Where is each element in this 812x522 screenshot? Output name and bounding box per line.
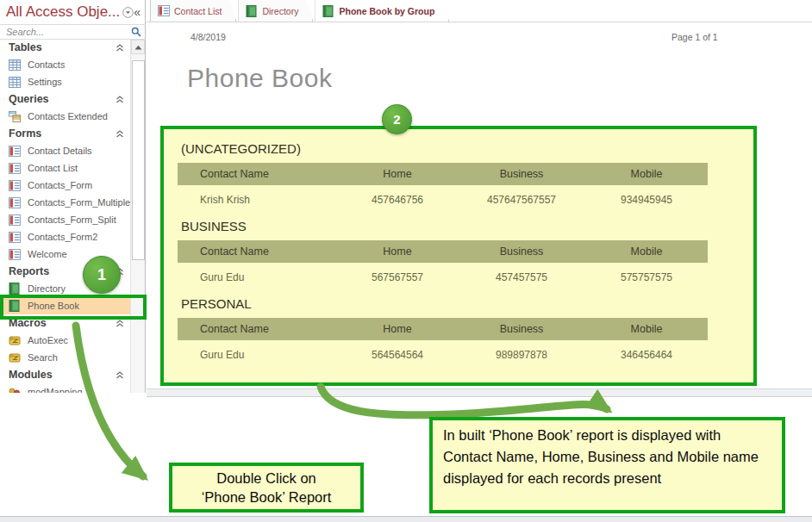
sidebar-item-autoexec[interactable]: AutoExec [0,332,131,349]
access-window: All Access Obje... « Search... TablesCon… [0,0,812,522]
column-header: Mobile [585,245,708,258]
report-title: Phone Book [187,64,332,93]
report-cell: 564564564 [337,349,458,361]
form-icon [9,179,21,191]
sidebar-item-settings[interactable]: Settings [0,73,131,90]
report-groups: (UNCATEGORIZED)Contact NameHomeBusinessM… [178,140,753,369]
sidebar-section-tables[interactable]: Tables [0,39,131,56]
horizontal-scrollbar[interactable] [147,388,812,397]
nav-pane-list: TablesContactsSettingsQueriesContacts Ex… [0,39,131,393]
scrollbar-thumb[interactable] [132,60,145,260]
sidebar-item-contacts[interactable]: Contacts [0,56,131,73]
search-icon[interactable] [127,27,146,37]
section-label: Queries [9,93,116,105]
item-label: Contact Details [28,146,92,156]
callout-report-description: In built ‘Phone Book’ report is displaye… [429,417,785,513]
report-row: Guru Edu564564564989897878346456464 [178,340,708,369]
shutter-bar-close-icon[interactable]: « [134,5,145,19]
nav-pane-header[interactable]: All Access Obje... « [0,0,145,24]
item-label: Welcome [28,249,67,259]
sidebar-item-modmapping[interactable]: modMapping [0,383,131,393]
item-label: Directory [28,283,66,294]
form-icon [9,214,21,226]
item-label: Settings [28,77,62,87]
window-bottom-edge [0,516,812,522]
report-icon [322,5,334,17]
item-label: AutoExec [28,335,68,345]
tab-label: Directory [262,6,298,16]
callout-line-1: Double Click on [216,469,316,488]
item-label: Contacts_Form2 [28,232,97,242]
report-cell: Guru Edu [178,271,337,283]
column-header: Home [337,323,458,335]
report-date: 4/8/2019 [191,32,226,42]
callout-line-2: ‘Phone Book’ Report [202,488,332,506]
sidebar-item-contacts-extended[interactable]: Contacts Extended [0,108,131,125]
tab-label: Contact List [174,6,222,16]
collapse-section-icon[interactable] [116,44,124,52]
form-icon [9,145,21,157]
group-header-uncategorized: (UNCATEGORIZED) [181,140,753,158]
column-header-row: Contact NameHomeBusinessMobile [178,240,708,263]
item-label: Search [28,352,58,363]
search-input[interactable]: Search... [0,27,127,37]
column-header-row: Contact NameHomeBusinessMobile [178,318,708,340]
annotation-highlight-rect [0,295,147,320]
sidebar-item-search[interactable]: Search [0,349,131,366]
table-icon [9,59,21,71]
step-1-badge: 1 [83,256,121,294]
table-icon [9,76,21,88]
section-label: Modules [9,369,116,381]
collapse-section-icon[interactable] [116,371,124,379]
item-label: Contacts Extended [28,111,108,121]
form-icon [9,162,21,174]
tab-directory[interactable]: Directory [238,0,313,22]
report-cell: 457647567557 [458,194,585,206]
item-label: Contacts_Form [28,180,92,190]
nav-pane-title: All Access Obje... [6,3,120,21]
form-icon [9,248,21,260]
report-annotation-box: (UNCATEGORIZED)Contact NameHomeBusinessM… [160,126,757,386]
column-header: Business [458,168,585,180]
nav-pane-menu-icon[interactable] [122,7,134,18]
collapse-section-icon[interactable] [116,96,124,103]
report-cell: Guru Edu [178,349,337,361]
report-cell: 346456464 [585,349,708,361]
item-label: Contacts [28,59,65,70]
column-header: Contact Name [178,245,337,258]
sidebar-section-forms[interactable]: Forms [0,125,131,142]
sidebar-item-contacts-form[interactable]: Contacts_Form [0,177,131,194]
item-label: Contact List [28,163,78,173]
sidebar-item-contact-list[interactable]: Contact List [0,159,131,177]
tab-contact-list[interactable]: Contact List [150,0,236,22]
report-cell: 989897878 [458,349,585,361]
report-cell: Krish Krish [178,194,337,206]
nav-scrollbar[interactable] [130,40,145,393]
sidebar-item-contacts-form-multiple-item[interactable]: Contacts_Form_Multiple_Item [0,194,131,211]
collapse-section-icon[interactable] [116,130,124,138]
sidebar-item-contacts-form2[interactable]: Contacts_Form2 [0,228,131,245]
column-header: Contact Name [178,323,337,335]
scroll-up-icon[interactable] [131,40,145,54]
report-row: Guru Edu567567557457457575575757575 [178,263,708,291]
document-tabbar: Contact ListDirectoryPhone Book by Group [147,0,812,22]
sidebar-item-contact-details[interactable]: Contact Details [0,142,131,159]
column-header: Business [458,323,585,335]
report-icon [9,283,21,295]
sidebar-section-queries[interactable]: Queries [0,90,131,108]
tab-phone-book-by-group[interactable]: Phone Book by Group [315,0,449,22]
tab-label: Phone Book by Group [339,6,434,16]
sidebar-section-modules[interactable]: Modules [0,366,131,383]
form-icon [9,231,21,243]
module-icon [9,386,21,393]
sidebar-item-contacts-form-split[interactable]: Contacts_Form_Split [0,211,131,228]
report-cell: 575757575 [585,271,708,283]
column-header: Contact Name [178,168,337,180]
item-label: Contacts_Form_Split [28,214,116,225]
report-icon [246,5,258,17]
report-cell: 457457575 [458,271,585,283]
nav-search-box[interactable]: Search... [0,24,146,40]
collapse-section-icon[interactable] [116,320,124,327]
macro-icon [9,351,21,364]
column-header: Business [458,245,585,258]
